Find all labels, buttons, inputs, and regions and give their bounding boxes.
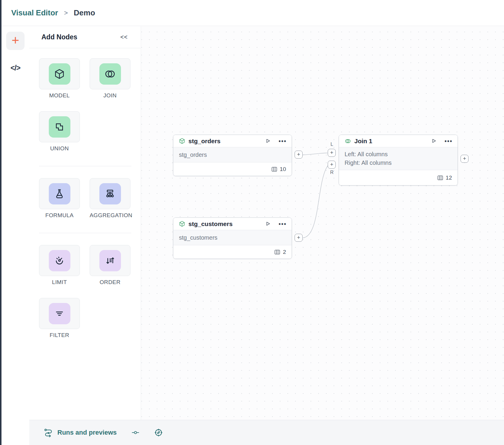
port-join-output[interactable]: +: [461, 155, 469, 163]
join-left-columns-label: Left: All columns: [345, 150, 458, 159]
add-node-join[interactable]: JOIN: [90, 58, 130, 99]
add-node-union-label: UNION: [39, 145, 80, 152]
join-right-columns-label: Right: All columns: [345, 159, 458, 167]
columns-icon: [271, 166, 277, 172]
model-cube-icon: [179, 138, 185, 144]
node-columns-row: 2: [173, 245, 292, 259]
visual-editor-app: Visual Editor > Demo + </> Add Nodes << …: [0, 0, 504, 445]
node-source-label: stg_customers: [179, 234, 292, 241]
add-node-order-label: ORDER: [90, 279, 130, 286]
add-node-formula-label: FORMULA: [39, 212, 80, 219]
node-columns-row: 12: [339, 170, 458, 185]
add-node-formula[interactable]: FORMULA: [39, 178, 80, 219]
flow-canvas[interactable]: stg_orders ••• stg_orders 10: [141, 26, 504, 420]
add-node-aggregation[interactable]: AGGREGATION: [90, 178, 130, 219]
bottom-bar: Runs and previews: [29, 420, 504, 445]
code-view-button[interactable]: </>: [1, 64, 29, 72]
node-join-1[interactable]: Join 1 ••• Left: All columns Right: All …: [339, 135, 458, 186]
column-count: 12: [446, 175, 452, 181]
runs-and-previews-label: Runs and previews: [57, 429, 117, 436]
add-node-filter[interactable]: FILTER: [39, 298, 80, 338]
add-node-union[interactable]: UNION: [39, 111, 80, 152]
node-title: Join 1: [354, 138, 428, 145]
breadcrumb-separator: >: [64, 9, 68, 17]
node-stg-orders[interactable]: stg_orders ••• stg_orders 10: [173, 135, 292, 176]
port-join-right-input[interactable]: +: [328, 161, 336, 169]
panel-title: Add Nodes: [41, 33, 77, 41]
add-node-model-label: MODEL: [39, 92, 80, 99]
node-join-config-row[interactable]: Left: All columns Right: All columns: [339, 147, 458, 170]
join-right-port-label: R: [328, 170, 336, 175]
add-node-aggregation-label: AGGREGATION: [90, 212, 130, 219]
node-group-sources: MODEL JOIN UNION: [39, 58, 133, 164]
add-node-order[interactable]: ORDER: [90, 245, 130, 286]
runs-flow-icon: [44, 428, 53, 438]
breadcrumb-page-title: Demo: [74, 8, 95, 17]
model-cube-icon: [179, 220, 185, 227]
cube-icon: [49, 63, 70, 85]
breadcrumb-visual-editor[interactable]: Visual Editor: [11, 8, 58, 17]
node-join-1-header: Join 1 •••: [339, 135, 458, 147]
edge-stg-customers-to-join-right: [303, 165, 328, 238]
venn-icon: [99, 63, 121, 85]
port-stg-customers-output[interactable]: +: [295, 234, 303, 242]
column-count: 10: [280, 166, 286, 172]
node-stg-customers[interactable]: stg_customers ••• stg_customers 2: [173, 217, 292, 259]
runs-and-previews-button[interactable]: Runs and previews: [44, 428, 117, 438]
port-join-left-input[interactable]: +: [328, 149, 336, 157]
node-title: stg_orders: [188, 138, 262, 145]
node-stg-customers-header: stg_customers •••: [173, 218, 292, 230]
top-header: Visual Editor > Demo: [1, 0, 504, 26]
node-group-shape: LIMIT ORDER FILTER: [39, 245, 133, 351]
node-menu-button[interactable]: •••: [279, 138, 287, 144]
join-venn-icon: [344, 138, 351, 145]
add-node-join-label: JOIN: [90, 92, 130, 99]
node-title: stg_customers: [188, 220, 262, 228]
add-node-plus-button[interactable]: +: [6, 32, 25, 50]
node-source-row[interactable]: stg_customers: [173, 230, 292, 245]
sort-arrows-icon: [99, 250, 121, 271]
panel-divider: [39, 166, 131, 166]
join-left-port-label: L: [328, 142, 336, 147]
edge-stg-orders-to-join-left: [303, 153, 327, 155]
hierarchy-icon: [99, 183, 121, 204]
flask-icon: [49, 183, 70, 204]
compass-icon[interactable]: [154, 428, 163, 437]
port-stg-orders-output[interactable]: +: [295, 151, 303, 159]
node-source-label: stg_orders: [179, 151, 292, 158]
node-columns-row: 10: [173, 162, 292, 176]
run-node-button[interactable]: [265, 221, 271, 227]
panel-divider: [39, 233, 131, 233]
panel-body: MODEL JOIN UNION: [29, 48, 141, 351]
node-menu-button[interactable]: •••: [445, 138, 453, 144]
node-source-row[interactable]: stg_orders: [173, 147, 292, 162]
node-menu-button[interactable]: •••: [279, 221, 287, 227]
node-stg-orders-header: stg_orders •••: [173, 135, 292, 147]
filter-lines-icon: [49, 303, 70, 324]
union-shapes-icon: [49, 116, 70, 138]
add-nodes-panel: Add Nodes << MODEL: [29, 26, 141, 420]
run-node-button[interactable]: [431, 138, 437, 144]
add-node-filter-label: FILTER: [39, 332, 80, 338]
columns-icon: [437, 175, 443, 181]
column-count: 2: [283, 249, 286, 255]
add-node-model[interactable]: MODEL: [39, 58, 80, 99]
node-group-transform: FORMULA AGGREGATION: [39, 178, 133, 231]
add-node-limit[interactable]: LIMIT: [39, 245, 80, 286]
gauge-icon: [49, 250, 70, 271]
add-nodes-panel-header: Add Nodes <<: [29, 26, 141, 48]
add-node-limit-label: LIMIT: [39, 279, 80, 286]
commit-icon[interactable]: [131, 428, 140, 437]
columns-icon: [274, 249, 280, 255]
collapse-panel-button[interactable]: <<: [120, 34, 128, 41]
run-node-button[interactable]: [265, 138, 271, 144]
left-toolbar: + </>: [1, 26, 29, 445]
